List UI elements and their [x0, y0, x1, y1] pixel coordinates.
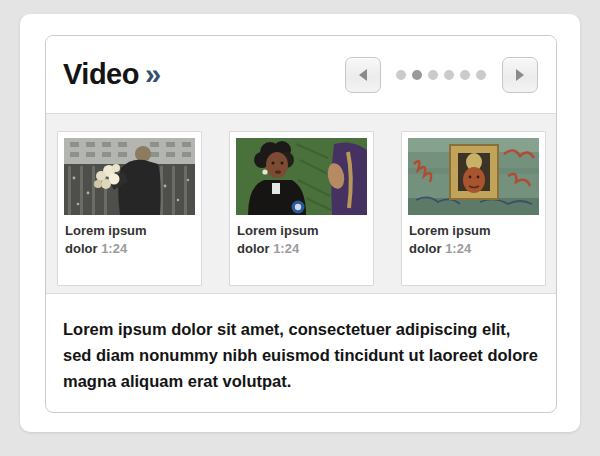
video-thumbnail-memorial[interactable]	[64, 138, 195, 215]
widget-title: Video	[63, 58, 139, 90]
video-card[interactable]: Lorem ipsum dolor 1:24	[401, 131, 546, 286]
video-thumbnail-interview[interactable]	[236, 138, 367, 215]
prev-button[interactable]	[345, 57, 381, 93]
video-carousel: Lorem ipsum dolor 1:24	[46, 114, 556, 294]
prev-arrow-icon	[359, 69, 367, 81]
page-background: Video»	[0, 0, 600, 456]
content-card: Video»	[20, 14, 580, 432]
pagination-dots	[393, 70, 489, 80]
pagination-dot[interactable]	[460, 70, 470, 80]
carousel-controls	[345, 57, 538, 93]
pagination-dot[interactable]	[412, 70, 422, 80]
video-duration: 1:24	[445, 241, 471, 256]
video-caption: Lorem ipsum dolor 1:24	[65, 222, 171, 258]
next-arrow-icon	[516, 69, 524, 81]
description-text: Lorem ipsum dolor sit amet, consectetuer…	[46, 294, 556, 394]
video-card[interactable]: Lorem ipsum dolor 1:24	[229, 131, 374, 286]
video-card[interactable]: Lorem ipsum dolor 1:24	[57, 131, 202, 286]
description-section: Lorem ipsum dolor sit amet, consectetuer…	[46, 294, 556, 394]
video-widget: Video»	[45, 35, 557, 413]
pagination-dot[interactable]	[444, 70, 454, 80]
pagination-dot[interactable]	[428, 70, 438, 80]
pagination-dot[interactable]	[396, 70, 406, 80]
widget-title-link[interactable]: Video»	[63, 58, 161, 91]
next-button[interactable]	[502, 57, 538, 93]
video-caption: Lorem ipsum dolor 1:24	[409, 222, 515, 258]
widget-header: Video»	[46, 36, 556, 114]
pagination-dot[interactable]	[476, 70, 486, 80]
video-duration: 1:24	[273, 241, 299, 256]
video-thumbnail-graffiti[interactable]	[408, 138, 539, 215]
widget-title-arrow: »	[145, 58, 161, 90]
video-caption: Lorem ipsum dolor 1:24	[237, 222, 343, 258]
video-duration: 1:24	[101, 241, 127, 256]
